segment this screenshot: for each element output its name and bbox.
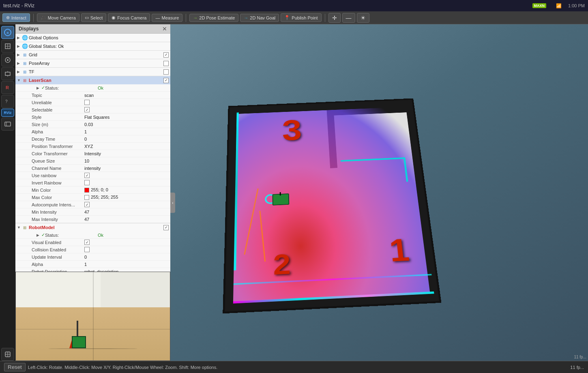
icon-bar: R R ? RViz	[0, 24, 15, 361]
viz-canvas: 3 1 2 ‹ 11 fp...	[170, 24, 588, 361]
select-label: Select	[90, 15, 103, 20]
global-options-row[interactable]: ▶ 🌐 Global Options	[15, 34, 170, 42]
robot-visual-checkbox[interactable]	[84, 240, 90, 245]
toolbar-icon-6[interactable]	[1, 118, 14, 131]
pose-array-checkbox[interactable]	[163, 61, 169, 66]
laser-min-intensity-value: 47	[84, 210, 169, 214]
laser-scan-checkbox[interactable]	[163, 78, 169, 83]
robot-status-label: Status:	[45, 233, 98, 238]
extra-btn-1[interactable]: ✛	[328, 13, 341, 23]
rviz-label-btn[interactable]: RViz	[1, 109, 14, 117]
titlebar: test.rviz - RViz MAXN 📶 1:00 PM	[0, 0, 588, 11]
laser-invert-checkbox[interactable]	[84, 180, 90, 185]
robot-model-row[interactable]: ▼ ⊞ RobotModel	[15, 223, 170, 232]
move-camera-icon: 🎥	[41, 15, 46, 20]
laser-pos-transform-label: Position Transformer	[32, 144, 84, 149]
expand-arrow-4: ▶	[17, 61, 22, 65]
laser-status-row: ▶ ✓ Status: Ok	[15, 84, 170, 92]
expand-arrow: ▶	[17, 36, 22, 40]
laser-style-label: Style	[32, 115, 84, 120]
laser-unreliable-checkbox[interactable]	[84, 100, 90, 105]
laser-autocompute-checkbox[interactable]	[84, 202, 90, 207]
toolbar-icon-1[interactable]	[1, 40, 14, 53]
move-camera-button[interactable]: 🎥 Move Camera	[37, 13, 79, 22]
measure-button[interactable]: — Measure	[152, 14, 182, 22]
robot-status-checkmark: ✓	[41, 232, 45, 238]
extra-btn-3[interactable]: ☀	[357, 13, 369, 23]
toolbar-icon-3[interactable]	[1, 67, 14, 80]
pose-array-item: ▶ ⊞ PoseArray	[15, 59, 170, 68]
toolbar-icon-2[interactable]	[1, 54, 14, 66]
camera-view	[15, 272, 170, 361]
collapse-handle[interactable]: ‹	[170, 193, 175, 213]
publish-point-button[interactable]: 📍 Publish Point	[281, 13, 321, 22]
laser-min-color-label: Min Color	[32, 188, 84, 193]
robot-collision-checkbox[interactable]	[84, 247, 90, 252]
grid-checkbox[interactable]	[163, 52, 169, 58]
select-icon: ▭	[85, 15, 89, 20]
laser-max-color-value: 255; 255; 255	[84, 195, 169, 200]
toolbar-icon-5[interactable]: ?	[1, 95, 14, 108]
laser-pos-transform-row: Position Transformer XYZ	[15, 143, 170, 150]
laser-alpha-row: Alpha 1	[15, 128, 170, 135]
focus-camera-button[interactable]: ◉ Focus Camera	[108, 13, 150, 22]
globe-icon-2: 🌐	[22, 43, 28, 49]
robot-model-item: ▼ ⊞ RobotModel ▶ ✓ Status: Ok Visual Ena…	[15, 223, 170, 272]
measure-label: Measure	[161, 15, 179, 20]
robot-alpha-row: Alpha 1	[15, 261, 170, 268]
pose-estimate-button[interactable]: → 2D Pose Estimate	[189, 14, 238, 22]
interact-button[interactable]: ⊕ Interact	[2, 13, 30, 22]
min-color-swatch[interactable]	[84, 188, 89, 193]
fps-display: 11 fp...	[570, 365, 584, 370]
laser-scan-label: LaserScan	[29, 78, 163, 83]
robot-interval-row: Update Interval 0	[15, 253, 170, 261]
panel-close-button[interactable]: ✕	[162, 26, 167, 32]
rviz-logo-button[interactable]: R	[1, 26, 14, 39]
pose-array-row[interactable]: ▶ ⊞ PoseArray	[15, 59, 170, 67]
laser-unreliable-label: Unreliable	[32, 100, 84, 105]
statusbar: Reset Left-Click: Rotate. Middle-Click: …	[0, 361, 588, 373]
toolbar-icon-7[interactable]	[1, 348, 14, 361]
robot-status-row: ▶ ✓ Status: Ok	[15, 232, 170, 239]
measure-icon: —	[155, 15, 160, 20]
laser-scan-row[interactable]: ▼ ⊞ LaserScan	[15, 76, 170, 84]
reset-button[interactable]: Reset	[4, 363, 26, 371]
fps-counter: 11 fp...	[574, 355, 586, 359]
global-status-row[interactable]: ▶ 🌐 Global Status: Ok	[15, 42, 170, 50]
pose-estimate-label: 2D Pose Estimate	[199, 15, 235, 20]
main-3d-view: 3 1 2 ‹ 11 fp...	[170, 24, 588, 361]
status-checkmark: ✓	[41, 85, 45, 90]
select-button[interactable]: ▭ Select	[81, 13, 107, 22]
laser-decay-label: Decay Time	[32, 137, 84, 141]
laser-rainbow-checkbox[interactable]	[84, 173, 90, 178]
laser-queue-label: Queue Size	[32, 159, 84, 163]
cam-floor	[16, 272, 170, 360]
laser-size-value: 0.03	[84, 122, 169, 127]
laser-channel-value: intensity	[84, 166, 169, 171]
svg-text:R: R	[6, 85, 9, 90]
laser-style-row: Style Flat Squares	[15, 114, 170, 121]
laser-rainbow-label: Use rainbow	[32, 173, 84, 178]
laser-pos-transform-value: XYZ	[84, 144, 169, 149]
pose-estimate-icon: →	[193, 15, 197, 20]
extra-btn-2[interactable]: —	[342, 13, 355, 23]
laser-alpha-label: Alpha	[32, 129, 84, 134]
robot-body	[72, 336, 86, 348]
laser-queue-value: 10	[84, 159, 169, 163]
robot-alpha-value: 1	[84, 262, 169, 267]
toolbar-icon-4[interactable]: R	[1, 81, 14, 94]
laser-scan-icon: ⊞	[22, 77, 28, 83]
laser-selectable-checkbox[interactable]	[84, 107, 90, 112]
move-camera-label: Move Camera	[48, 15, 76, 20]
displays-panel: Displays ✕ ▶ 🌐 Global Options ▶ 🌐 Global…	[15, 24, 170, 272]
number-3-label: 3	[282, 116, 302, 145]
laser-max-intensity-row: Max Intensity 47	[15, 216, 170, 223]
global-status-label: Global Status: Ok	[29, 44, 169, 49]
robot-model-checkbox[interactable]	[163, 225, 169, 230]
nav-goal-button[interactable]: → 2D Nav Goal	[240, 14, 279, 22]
max-color-swatch[interactable]	[84, 195, 89, 200]
tf-checkbox[interactable]	[163, 69, 169, 75]
laser-alpha-value: 1	[84, 129, 169, 134]
grid-row[interactable]: ▶ ⊞ Grid	[15, 51, 170, 59]
tf-row[interactable]: ▶ ⊞ TF	[15, 68, 170, 76]
